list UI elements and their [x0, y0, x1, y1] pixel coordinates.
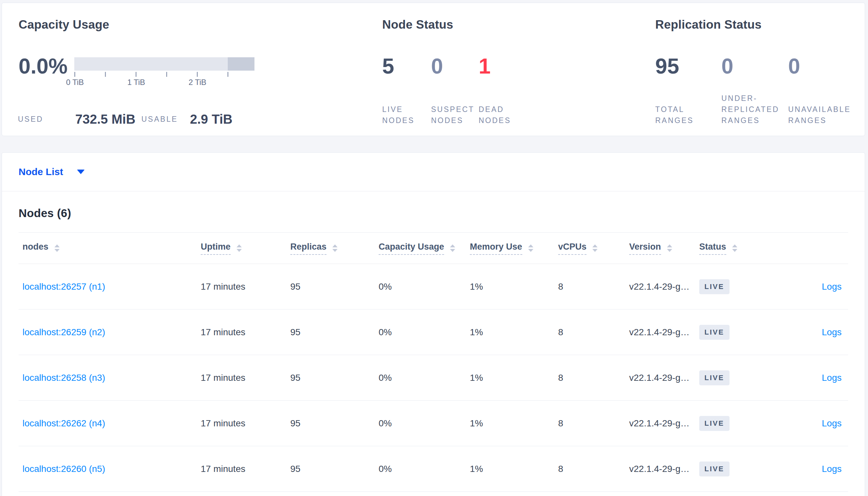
sort-up-icon [332, 244, 338, 247]
table-row: localhost:26258 (n3) 17 minutes 95 0% 1%… [18, 355, 848, 401]
capacity-used-percent: 0.0% [18, 54, 68, 78]
node-link[interactable]: localhost:26258 (n3) [23, 373, 105, 383]
vcpus-cell: 8 [554, 281, 625, 292]
vcpus-cell: 8 [554, 327, 625, 338]
sort-icon[interactable] [450, 244, 455, 252]
suspect-nodes-count: 0 [431, 54, 443, 78]
version-cell: v22.1.4-29-g… [625, 373, 695, 383]
suspect-nodes-label: SUSPECT NODES [431, 104, 477, 126]
column-header-label: Replicas [290, 242, 327, 255]
uptime-cell: 17 minutes [197, 373, 286, 383]
uptime-cell: 17 minutes [197, 327, 286, 338]
column-header[interactable]: Capacity Usage [375, 242, 466, 255]
memory-use-cell: 1% [466, 327, 554, 338]
table-header-row: nodes Uptime Replicas Capacity Usage Mem… [18, 232, 848, 264]
sort-down-icon [667, 249, 672, 252]
capacity-usage-cell: 0% [375, 464, 466, 474]
table-row: localhost:26259 (n2) 17 minutes 95 0% 1%… [18, 310, 848, 355]
replicas-cell: 95 [286, 464, 375, 474]
node-link[interactable]: localhost:26257 (n1) [23, 281, 105, 292]
sort-up-icon [667, 244, 672, 247]
sort-icon[interactable] [237, 244, 242, 252]
under-replicated-ranges-count: 0 [721, 54, 733, 78]
column-header[interactable]: Status [695, 242, 775, 255]
node-list-dropdown[interactable]: Node List [18, 166, 63, 177]
sort-icon[interactable] [332, 244, 338, 252]
cluster-summary-panel: Capacity Usage 0.0% 0 TiB 1 TiB 2 TiB US… [2, 3, 865, 136]
table-row: localhost:26260 (n5) 17 minutes 95 0% 1%… [18, 446, 848, 492]
sort-icon[interactable] [667, 244, 672, 252]
logs-link[interactable]: Logs [822, 464, 842, 474]
sort-icon[interactable] [55, 244, 60, 252]
node-link[interactable]: localhost:26260 (n5) [23, 464, 105, 474]
sort-icon[interactable] [528, 244, 533, 252]
capacity-usage-title: Capacity Usage [18, 18, 109, 32]
axis-tick [227, 72, 228, 77]
version-cell: v22.1.4-29-g… [625, 281, 695, 292]
node-link[interactable]: localhost:26259 (n2) [23, 327, 105, 337]
axis-tick-label: 1 TiB [128, 77, 145, 87]
vcpus-cell: 8 [554, 418, 625, 429]
column-header[interactable]: Version [625, 242, 695, 255]
capacity-usage-cell: 0% [375, 373, 466, 383]
logs-link[interactable]: Logs [822, 373, 842, 383]
replication-status-title: Replication Status [655, 18, 761, 32]
version-cell: v22.1.4-29-g… [625, 418, 695, 429]
sort-down-icon [332, 249, 338, 252]
sort-icon[interactable] [732, 244, 737, 252]
column-header[interactable]: nodes [18, 242, 197, 255]
uptime-cell: 17 minutes [197, 418, 286, 429]
sort-up-icon [732, 244, 737, 247]
nodes-table-section: Nodes (6) nodes Uptime Replicas Capacity… [2, 191, 865, 492]
column-header[interactable]: vCPUs [554, 242, 625, 255]
status-badge: LIVE [699, 462, 730, 477]
memory-use-cell: 1% [466, 418, 554, 429]
dead-nodes-count: 1 [479, 54, 491, 78]
status-badge: LIVE [699, 325, 730, 340]
logs-link[interactable]: Logs [822, 418, 842, 428]
unavailable-ranges-label: UNAVAILABLE RANGES [788, 104, 866, 126]
caret-down-icon[interactable] [77, 170, 85, 174]
sort-up-icon [592, 244, 598, 247]
capacity-bar: 0 TiB 1 TiB 2 TiB [74, 57, 254, 96]
replicas-cell: 95 [286, 373, 375, 383]
vcpus-cell: 8 [554, 373, 625, 383]
column-header[interactable]: Replicas [286, 242, 375, 255]
replicas-cell: 95 [286, 281, 375, 292]
version-cell: v22.1.4-29-g… [625, 327, 695, 338]
memory-use-cell: 1% [466, 464, 554, 474]
total-ranges-label: TOTAL RANGES [655, 104, 710, 126]
sort-up-icon [237, 244, 242, 247]
live-nodes-label: LIVE NODES [382, 104, 428, 126]
table-row: localhost:26257 (n1) 17 minutes 95 0% 1%… [18, 264, 848, 310]
column-header[interactable]: Uptime [197, 242, 286, 255]
status-badge: LIVE [699, 370, 730, 385]
sort-down-icon [450, 249, 455, 252]
under-replicated-ranges-label: UNDER-REPLICATED RANGES [721, 93, 788, 126]
column-header-label: vCPUs [558, 242, 586, 255]
axis-tick [136, 72, 136, 77]
replicas-cell: 95 [286, 327, 375, 338]
sort-icon[interactable] [592, 244, 598, 252]
axis-tick [105, 72, 106, 77]
node-link[interactable]: localhost:26262 (n4) [23, 418, 105, 428]
column-header-label: Capacity Usage [379, 242, 444, 255]
axis-tick-label: 2 TiB [189, 77, 207, 87]
live-nodes-count: 5 [382, 54, 394, 78]
version-cell: v22.1.4-29-g… [625, 464, 695, 474]
memory-use-cell: 1% [466, 373, 554, 383]
column-header[interactable]: Memory Use [466, 242, 554, 255]
capacity-bar-usable-segment [74, 57, 254, 71]
uptime-cell: 17 minutes [197, 464, 286, 474]
node-list-panel: Node List Nodes (6) nodes Uptime Replica… [2, 152, 865, 496]
usable-label: USABLE [141, 114, 178, 124]
node-status-title: Node Status [382, 18, 453, 32]
logs-link[interactable]: Logs [822, 281, 842, 292]
axis-tick [166, 72, 167, 77]
unavailable-ranges-count: 0 [788, 54, 800, 78]
logs-link[interactable]: Logs [822, 327, 842, 337]
used-label: USED [18, 114, 43, 124]
column-header-label: Status [699, 242, 726, 255]
axis-tick [74, 72, 75, 77]
vcpus-cell: 8 [554, 464, 625, 474]
